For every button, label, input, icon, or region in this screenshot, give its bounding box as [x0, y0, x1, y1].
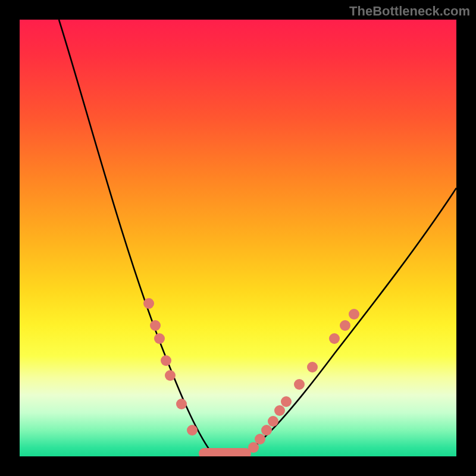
marker-dot [161, 355, 171, 366]
marker-dot [248, 442, 259, 453]
marker-dot [294, 379, 305, 390]
marker-dot [143, 298, 154, 309]
marker-dot [329, 333, 340, 344]
marker-dot [154, 333, 165, 344]
marker-dot [187, 425, 198, 436]
marker-dot [261, 425, 272, 436]
curve-group [59, 20, 456, 456]
marker-dot [268, 416, 278, 427]
marker-group [143, 298, 359, 456]
marker-dot [349, 309, 359, 320]
marker-dot [165, 370, 176, 381]
marker-dot [255, 434, 265, 444]
marker-dot [150, 320, 161, 331]
marker-dot [274, 405, 285, 416]
marker-dot [176, 399, 187, 409]
plot-area [20, 20, 456, 456]
chart-container: TheBottleneck.com [0, 0, 476, 476]
marker-dot [340, 320, 350, 331]
watermark-text: TheBottleneck.com [349, 4, 470, 19]
chart-svg [20, 20, 456, 456]
marker-valley-bar [199, 448, 251, 456]
bottleneck-curve-left [59, 20, 211, 452]
marker-dot [281, 396, 292, 407]
marker-dot [307, 362, 318, 372]
